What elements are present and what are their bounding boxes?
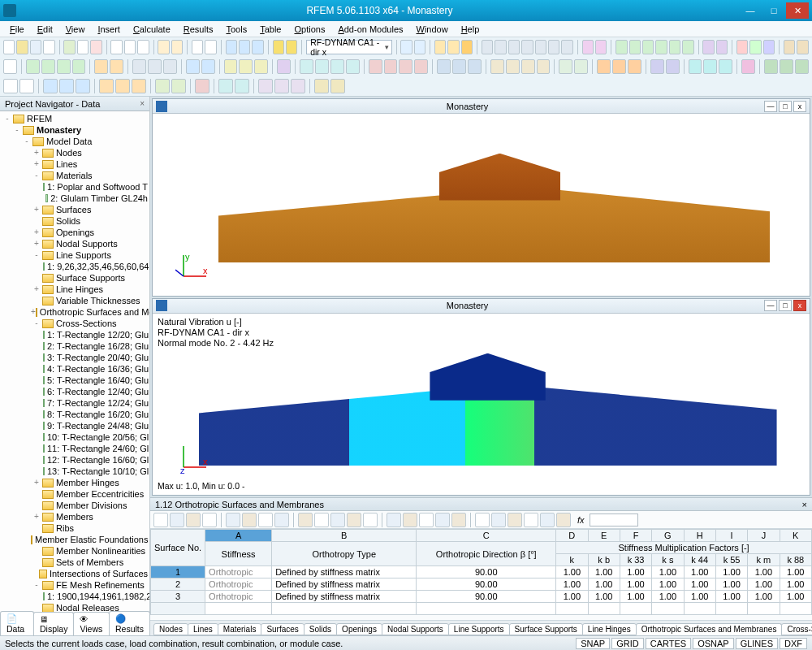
toolbar-button[interactable] (447, 40, 459, 54)
toolbar-button[interactable] (124, 40, 136, 54)
toolbar-button[interactable] (258, 79, 273, 93)
toolbar-button[interactable] (537, 59, 551, 74)
table-tool-button[interactable] (347, 513, 361, 527)
status-toggle-glines[interactable]: GLINES (736, 638, 778, 649)
toolbar-button[interactable] (30, 40, 41, 54)
toolbar-button[interactable] (749, 40, 761, 54)
table-tool-button[interactable] (330, 513, 345, 527)
tree-item[interactable]: Member Divisions (2, 500, 148, 511)
tree-item[interactable]: +Line Hinges (2, 284, 148, 295)
tree-item[interactable]: 8: T-Rectangle 16/20; Glu (2, 409, 148, 420)
toolbar-button[interactable] (521, 40, 533, 54)
table-tool-button[interactable] (170, 513, 184, 527)
pane-min-button[interactable]: — (764, 101, 777, 112)
sheet-tab[interactable]: Nodes (153, 623, 188, 635)
toolbar-button[interactable] (148, 59, 162, 74)
tree-item[interactable]: Sets of Members (2, 557, 148, 568)
sheet-tab[interactable]: Openings (336, 623, 382, 635)
toolbar-button[interactable] (689, 59, 702, 74)
table-tool-button[interactable] (363, 513, 378, 527)
toolbar-button[interactable] (508, 40, 520, 54)
toolbar-button[interactable] (16, 40, 28, 54)
toolbar-button[interactable] (468, 59, 482, 74)
toolbar-button[interactable] (561, 40, 572, 54)
toolbar-button[interactable] (192, 40, 203, 54)
toolbar-button[interactable] (274, 79, 289, 93)
tree-item[interactable]: -Monastery (2, 124, 148, 136)
toolbar-button[interactable] (291, 79, 305, 93)
toolbar-button[interactable] (186, 59, 200, 74)
toolbar-button[interactable] (795, 59, 809, 74)
table-tool-button[interactable] (298, 513, 313, 527)
menu-edit[interactable]: Edit (31, 23, 59, 36)
toolbar-button[interactable] (434, 40, 446, 54)
toolbar-button[interactable] (682, 40, 693, 54)
tree-item[interactable]: 13: T-Rectangle 10/10; Gl (2, 466, 148, 477)
viewport-3d-results[interactable]: Natural Vibration u [-] RF-DYNAM CA1 - d… (153, 314, 810, 496)
toolbar-button[interactable] (300, 59, 313, 74)
fx-input[interactable] (590, 514, 638, 526)
toolbar-button[interactable] (41, 59, 55, 74)
sheet-tab[interactable]: Line Supports (448, 623, 510, 635)
menu-add-on-modules[interactable]: Add-on Modules (331, 23, 409, 36)
toolbar-button[interactable] (26, 59, 40, 74)
toolbar-button[interactable] (548, 40, 559, 54)
toolbar-button[interactable] (452, 59, 466, 74)
table-tool-button[interactable] (387, 513, 401, 527)
tree-item[interactable]: 6: T-Rectangle 12/40; Glu (2, 386, 148, 397)
toolbar-button[interactable] (273, 40, 284, 54)
toolbar-button[interactable] (218, 79, 233, 93)
pane-min-button[interactable]: — (764, 300, 777, 311)
menu-help[interactable]: Help (455, 23, 486, 36)
toolbar-button[interactable] (90, 40, 102, 54)
status-toggle-dxf[interactable]: DXF (780, 638, 807, 649)
nav-tab-views[interactable]: 👁 Views (73, 612, 110, 635)
toolbar-button[interactable] (19, 79, 34, 93)
table-tool-button[interactable] (403, 513, 417, 527)
navigator-close-icon[interactable]: × (140, 99, 145, 108)
toolbar-button[interactable] (201, 59, 215, 74)
toolbar-button[interactable] (400, 40, 412, 54)
toolbar-button[interactable] (595, 40, 607, 54)
nav-tab-display[interactable]: 🖥 Display (33, 612, 74, 635)
status-toggle-snap[interactable]: SNAP (576, 638, 610, 649)
toolbar-button[interactable] (399, 59, 412, 74)
toolbar-button[interactable] (171, 40, 183, 54)
tree-item[interactable]: 11: T-Rectangle 24/60; Gl (2, 443, 148, 454)
toolbar-button[interactable] (629, 40, 641, 54)
toolbar-button[interactable] (716, 40, 728, 54)
loadcase-combo[interactable]: RF-DYNAM CA1 - dir x (306, 40, 391, 54)
toolbar-button[interactable] (57, 59, 71, 74)
viewport-3d-model[interactable]: xy (153, 114, 810, 296)
table-tool-button[interactable] (540, 513, 555, 527)
toolbar-button[interactable] (597, 59, 611, 74)
toolbar-button[interactable] (132, 79, 146, 93)
toolbar-button[interactable] (521, 59, 535, 74)
table-tool-button[interactable] (242, 513, 257, 527)
toolbar-button[interactable] (171, 79, 186, 93)
toolbar-button[interactable] (77, 40, 89, 54)
toolbar-button[interactable] (666, 59, 680, 74)
menu-window[interactable]: Window (410, 23, 455, 36)
toolbar-button[interactable] (315, 59, 329, 74)
toolbar-button[interactable] (615, 40, 627, 54)
table-tool-button[interactable] (186, 513, 201, 527)
toolbar-button[interactable] (163, 59, 177, 74)
maximize-button[interactable]: □ (762, 2, 785, 19)
toolbar-button[interactable] (115, 79, 130, 93)
toolbar-button[interactable] (3, 40, 15, 54)
minimize-button[interactable]: — (739, 2, 762, 19)
toolbar-button[interactable] (559, 59, 572, 74)
sheet-tab[interactable]: Solids (304, 623, 337, 635)
toolbar-button[interactable] (703, 59, 717, 74)
tree-item[interactable]: Variable Thicknesses (2, 295, 148, 306)
tree-item[interactable]: -Model Data (2, 136, 148, 147)
tree-item[interactable]: +Surfaces (2, 204, 148, 215)
toolbar-button[interactable] (612, 59, 626, 74)
menu-view[interactable]: View (59, 23, 92, 36)
toolbar-button[interactable] (495, 40, 506, 54)
toolbar-button[interactable] (461, 40, 473, 54)
sheet-tab[interactable]: Nodal Supports (382, 623, 449, 635)
tree-item[interactable]: Member Eccentricities (2, 488, 148, 500)
tree-item[interactable]: +Nodal Supports (2, 238, 148, 249)
